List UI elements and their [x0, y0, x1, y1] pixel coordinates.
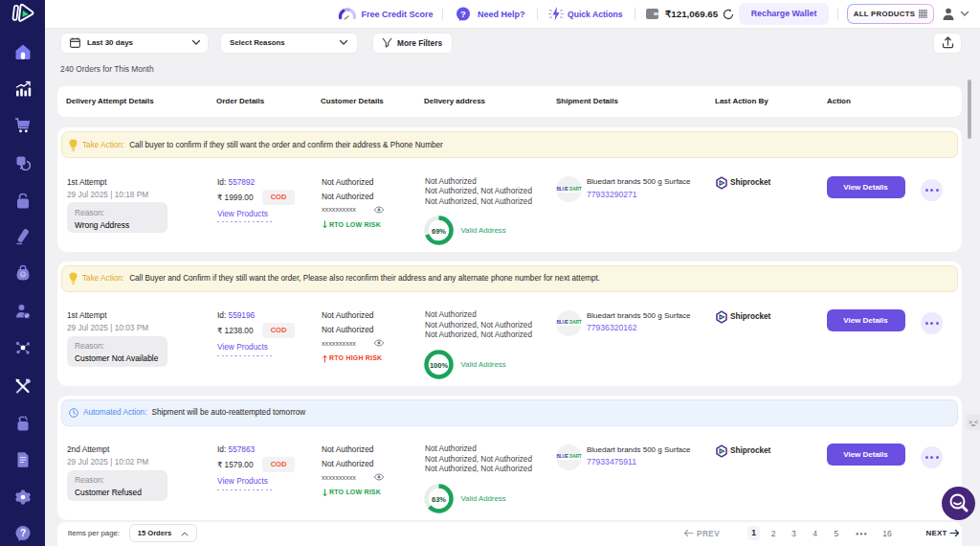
svg-text:63%: 63% — [432, 495, 446, 504]
svg-text:69%: 69% — [432, 227, 446, 236]
svg-text:?: ? — [19, 528, 25, 538]
svg-text:?: ? — [460, 9, 466, 19]
svg-text:kg: kg — [20, 272, 24, 277]
svg-text:100%: 100% — [430, 361, 449, 370]
